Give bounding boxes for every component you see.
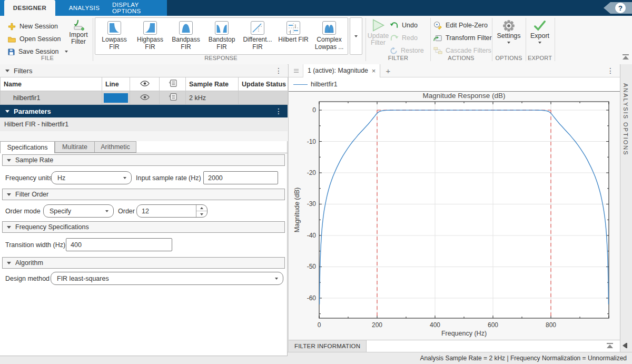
tab-designer[interactable]: DESIGNER bbox=[4, 0, 55, 16]
section-divider bbox=[492, 18, 492, 61]
filter-annotation-cell[interactable] bbox=[160, 91, 186, 105]
response-bandpass-fir[interactable]: Bandpass FIR bbox=[169, 21, 203, 51]
transform-filter-button[interactable]: Transform Filter bbox=[433, 33, 492, 43]
legend-line-sample bbox=[293, 84, 308, 85]
svg-text:-j: -j bbox=[289, 29, 291, 34]
filter-update-status-cell bbox=[239, 91, 288, 105]
response-lowpass-fir[interactable]: Lowpass FIR bbox=[97, 21, 131, 51]
filter-visibility-cell[interactable] bbox=[130, 91, 160, 105]
tab-analysis[interactable]: ANALYSIS bbox=[60, 0, 109, 16]
minimize-toolstrip-button[interactable] bbox=[623, 54, 629, 60]
lowpass-icon bbox=[107, 21, 121, 35]
svg-text:800: 800 bbox=[546, 321, 556, 329]
order-mode-dropdown[interactable]: Specify bbox=[43, 204, 114, 218]
panel-grip-icon[interactable] bbox=[294, 69, 299, 73]
response-differentiator-fir[interactable]: Different... FIR bbox=[241, 21, 274, 51]
filter-designer-app: DESIGNER ANALYSIS DISPLAY OPTIONS ? New … bbox=[0, 0, 632, 364]
add-plot-tab-button[interactable]: + bbox=[386, 67, 390, 75]
transition-width-field[interactable]: 400 bbox=[66, 238, 172, 251]
file-section-label: FILE bbox=[11, 55, 84, 62]
ribbon-tabbar: DESIGNER ANALYSIS DISPLAY OPTIONS ? bbox=[0, 0, 632, 16]
svg-text:Frequency (Hz): Frequency (Hz) bbox=[441, 330, 487, 337]
design-method-dropdown[interactable]: FIR least-squares bbox=[51, 272, 283, 285]
restore-button[interactable]: Restore bbox=[390, 45, 424, 56]
analysis-options-strip[interactable]: ANALYSIS OPTIONS bbox=[620, 64, 632, 352]
restore-icon bbox=[390, 47, 398, 55]
parameters-menu-button[interactable]: ⋮ bbox=[275, 107, 282, 115]
import-filter-button[interactable]: Import Filter bbox=[65, 19, 92, 45]
open-session-button[interactable]: Open Session bbox=[7, 34, 61, 44]
undo-button[interactable]: Undo bbox=[390, 20, 418, 31]
response-complex-lowpass[interactable]: Complex Lowpas ... bbox=[312, 21, 346, 51]
chevron-down-icon bbox=[275, 278, 278, 280]
design-method-label: Design method bbox=[5, 272, 50, 285]
expand-filter-info-button[interactable] bbox=[607, 343, 613, 348]
filter-row-hilbertfir1[interactable]: hilbertfir1 2 kHz bbox=[1, 91, 288, 105]
tab-specifications[interactable]: Specifications bbox=[0, 141, 55, 153]
input-sample-rate-field[interactable]: 2000 bbox=[203, 171, 278, 184]
annotation-icon[interactable] bbox=[169, 93, 177, 101]
redo-button[interactable]: Redo bbox=[390, 33, 418, 43]
close-tab-icon[interactable]: × bbox=[372, 67, 376, 74]
algorithm-section-header[interactable]: Algorithm bbox=[2, 257, 285, 269]
filter-line-cell[interactable] bbox=[102, 91, 130, 105]
eye-icon bbox=[140, 81, 150, 86]
collapse-panel-icon[interactable] bbox=[623, 343, 627, 348]
spinner-down-button[interactable] bbox=[196, 211, 207, 217]
response-hilbert-fir[interactable]: j-j Hilbert FIR bbox=[276, 21, 310, 44]
tab-display-options[interactable]: DISPLAY OPTIONS bbox=[112, 0, 167, 16]
plot-menu-button[interactable]: ⋮ bbox=[607, 67, 614, 74]
spinner-up-button[interactable] bbox=[196, 205, 207, 211]
toolstrip: New Session Open Session Save Session Im… bbox=[0, 16, 632, 65]
magnitude-plot-tab[interactable]: 1 (active): Magnitude × bbox=[303, 64, 380, 77]
line-color-swatch[interactable] bbox=[104, 93, 128, 103]
cascade-filters-button[interactable]: Cascade Filters bbox=[433, 45, 491, 56]
collapse-algorithm-arrow bbox=[7, 262, 11, 264]
magnitude-response-figure: 02004006008000-10-20-30-40-50-60Magnitud… bbox=[289, 92, 620, 340]
help-button[interactable]: ? bbox=[604, 2, 632, 14]
svg-text:-50: -50 bbox=[307, 263, 317, 270]
chevron-down-icon bbox=[123, 177, 126, 179]
actions-section-label: ACTIONS bbox=[433, 55, 489, 62]
col-header-annotation bbox=[160, 77, 186, 91]
col-header-name: Name bbox=[1, 77, 102, 91]
tab-multirate[interactable]: Multirate bbox=[55, 141, 95, 153]
response-gallery-dropdown[interactable] bbox=[350, 17, 362, 55]
frequency-units-dropdown[interactable]: Hz bbox=[51, 171, 132, 184]
response-bandstop-fir[interactable]: Bandstop FIR bbox=[205, 21, 239, 51]
filters-menu-button[interactable]: ⋮ bbox=[275, 67, 282, 74]
bandpass-icon bbox=[179, 21, 193, 35]
update-filter-button[interactable]: Update Filter bbox=[366, 18, 391, 46]
settings-button[interactable]: Settings bbox=[494, 19, 524, 44]
frequency-specs-section-header[interactable]: Frequency Specifications bbox=[2, 221, 285, 233]
chevron-down-icon bbox=[354, 35, 358, 37]
new-session-button[interactable]: New Session bbox=[7, 21, 58, 32]
parameters-panel-title: Parameters bbox=[14, 107, 51, 115]
collapse-filters-arrow[interactable] bbox=[5, 70, 9, 72]
tab-arithmetic[interactable]: Arithmetic bbox=[94, 141, 136, 153]
filter-name-cell[interactable]: hilbertfir1 bbox=[1, 91, 102, 105]
order-mode-label: Order mode bbox=[5, 204, 41, 218]
import-filter-icon bbox=[72, 19, 85, 32]
complex-lowpass-icon bbox=[322, 21, 336, 35]
filter-order-section-header[interactable]: Filter Order bbox=[2, 189, 285, 200]
order-spinner[interactable]: 12 bbox=[136, 204, 208, 218]
sample-rate-section-header[interactable]: Sample Rate bbox=[2, 154, 285, 166]
export-button[interactable]: Export bbox=[527, 19, 553, 44]
filter-sample-rate-cell: 2 kHz bbox=[186, 91, 239, 105]
parameters-gap bbox=[0, 131, 288, 141]
response-highpass-fir[interactable]: Highpass FIR bbox=[133, 21, 167, 51]
filters-panel-title: Filters bbox=[14, 67, 32, 75]
svg-text:0: 0 bbox=[318, 321, 321, 329]
hilbert-icon: j-j bbox=[287, 21, 300, 35]
section-divider bbox=[430, 18, 431, 61]
edit-pole-zero-button[interactable]: Edit Pole-Zero bbox=[433, 20, 488, 31]
help-icon[interactable]: ? bbox=[615, 3, 626, 13]
filter-information-tab[interactable]: FILTER INFORMATION bbox=[289, 340, 367, 352]
parameters-panel-header: Parameters ⋮ bbox=[0, 105, 288, 117]
parameters-subtitle: Hilbert FIR - hilbertfir1 bbox=[0, 117, 288, 131]
collapse-parameters-arrow[interactable] bbox=[5, 110, 9, 113]
eye-icon[interactable] bbox=[140, 94, 150, 100]
save-session-dropdown-arrow[interactable] bbox=[65, 51, 68, 53]
collapse-sample-rate-arrow bbox=[7, 159, 11, 162]
